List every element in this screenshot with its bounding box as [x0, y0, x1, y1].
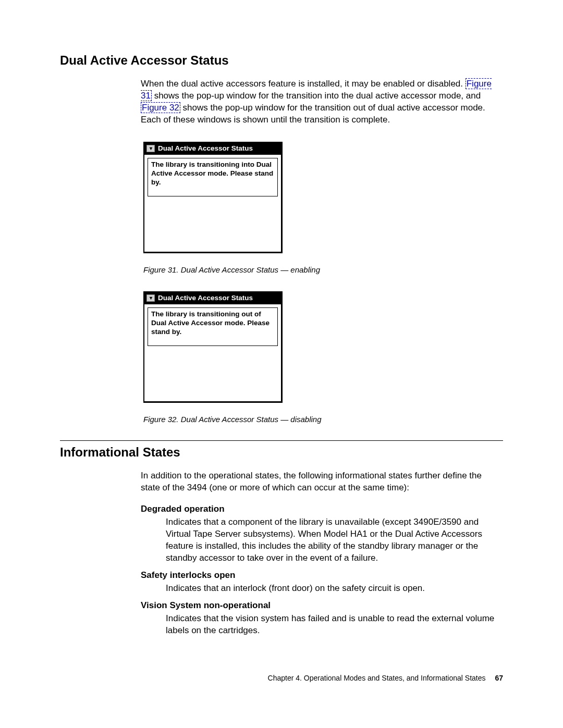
page-footer: Chapter 4. Operational Modes and States,…: [60, 673, 503, 683]
footer-chapter: Chapter 4. Operational Modes and States,…: [268, 674, 486, 682]
dialog-titlebar: ▾ Dual Active Accessor Status: [144, 292, 281, 304]
dialog-title-text: Dual Active Accessor Status: [158, 293, 253, 303]
state-definition: Indicates that an interlock (front door)…: [166, 583, 503, 595]
state-term: Degraded operation: [141, 503, 503, 515]
figure-32: ▾ Dual Active Accessor Status The librar…: [143, 291, 503, 425]
state-term: Safety interlocks open: [141, 570, 503, 582]
figure-31: ▾ Dual Active Accessor Status The librar…: [143, 142, 503, 275]
state-definition: Indicates that the vision system has fai…: [166, 613, 503, 637]
figure-32-caption: Figure 32. Dual Active Accessor Status —…: [143, 414, 503, 425]
dialog-disabling: ▾ Dual Active Accessor Status The librar…: [143, 291, 283, 403]
system-menu-icon[interactable]: ▾: [146, 145, 155, 152]
figure-31-caption: Figure 31. Dual Active Accessor Status —…: [143, 265, 503, 275]
intro-text-1: When the dual active accessors feature i…: [141, 79, 466, 89]
section-heading-informational-states: Informational States: [60, 444, 503, 461]
dialog-title-text: Dual Active Accessor Status: [158, 144, 253, 153]
section-heading-dual-active: Dual Active Accessor Status: [60, 52, 503, 69]
dialog-message-disabling: The library is transitioning out of Dual…: [148, 307, 278, 346]
state-definition: Indicates that a component of the librar…: [166, 516, 503, 564]
section-divider: [60, 440, 503, 441]
footer-page-number: 67: [495, 674, 503, 682]
dialog-enabling: ▾ Dual Active Accessor Status The librar…: [143, 142, 283, 253]
section1-intro: When the dual active accessors feature i…: [141, 78, 503, 126]
system-menu-icon[interactable]: ▾: [146, 294, 155, 302]
intro-text-2: shows the pop-up window for the transiti…: [154, 91, 481, 101]
dialog-titlebar: ▾ Dual Active Accessor Status: [144, 143, 281, 155]
dialog-message-enabling: The library is transitioning into Dual A…: [148, 158, 278, 196]
state-term: Vision System non-operational: [141, 600, 503, 612]
section2-intro: In addition to the operational states, t…: [141, 470, 503, 494]
informational-states-list: Degraded operation Indicates that a comp…: [141, 503, 503, 636]
intro-text-3: shows the pop-up window for the transiti…: [141, 103, 485, 125]
figure-32-link[interactable]: Figure 32: [141, 102, 180, 113]
